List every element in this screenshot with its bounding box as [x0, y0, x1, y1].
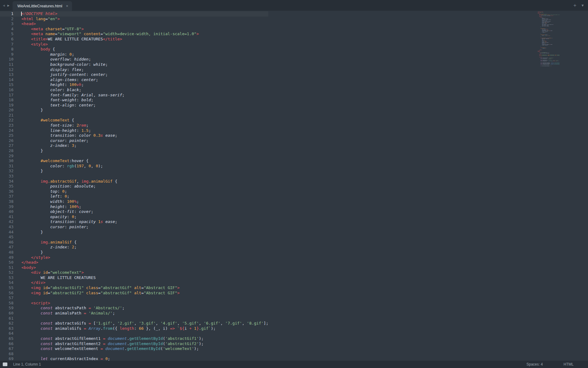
- code-line[interactable]: 19 text-align: center;: [0, 103, 268, 108]
- code-line[interactable]: 6 <title>WE ARE LITTLE CREATURES</title>: [0, 37, 268, 42]
- code-line[interactable]: 39 height: 100%;: [0, 204, 268, 210]
- code-line[interactable]: 15 height: 100vh;: [0, 82, 268, 87]
- code-line[interactable]: 33: [0, 174, 268, 179]
- line-number[interactable]: 37: [0, 194, 13, 199]
- code-line[interactable]: 2<html lang="en">: [0, 17, 268, 22]
- line-number[interactable]: 65: [0, 336, 13, 341]
- code-line[interactable]: 61: [0, 316, 268, 321]
- line-number[interactable]: 56: [0, 291, 13, 296]
- minimap[interactable]: <!DOCTYPE html><html lang="en"><head> <m…: [537, 11, 560, 348]
- line-number[interactable]: 36: [0, 189, 13, 194]
- line-number[interactable]: 48: [0, 250, 13, 255]
- line-number[interactable]: 49: [0, 255, 13, 260]
- tab-close-icon[interactable]: ×: [66, 4, 68, 8]
- line-number[interactable]: 7: [0, 42, 13, 47]
- line-number[interactable]: 17: [0, 93, 13, 98]
- line-number[interactable]: 23: [0, 123, 13, 128]
- code-line[interactable]: 7 <style>: [0, 42, 268, 47]
- line-number[interactable]: 18: [0, 98, 13, 103]
- code-line[interactable]: 47 z-index: 2;: [0, 245, 268, 250]
- code-line[interactable]: 45: [0, 235, 268, 240]
- code-line[interactable]: 62 const abstractsGifs = ['1.gif', '2.gi…: [0, 321, 268, 326]
- line-number[interactable]: 33: [0, 174, 13, 179]
- line-number[interactable]: 50: [0, 260, 13, 265]
- code-line[interactable]: 11 background-color: white;: [0, 62, 268, 67]
- code-line[interactable]: 44 }: [0, 230, 268, 235]
- line-number[interactable]: 27: [0, 143, 13, 148]
- code-line[interactable]: 58 <script>: [0, 301, 268, 306]
- line-number[interactable]: 67: [0, 346, 13, 351]
- line-number[interactable]: 60: [0, 311, 13, 316]
- code-line[interactable]: 66 const abstractGifElement2 = document.…: [0, 341, 268, 347]
- line-number[interactable]: 28: [0, 148, 13, 154]
- line-number[interactable]: 31: [0, 164, 13, 169]
- line-number[interactable]: 58: [0, 301, 13, 306]
- line-number[interactable]: 3: [0, 21, 13, 27]
- code-line[interactable]: 5 <meta name="viewport" content="width=d…: [0, 32, 268, 37]
- code-line[interactable]: 60 const animalsPath = 'Animals/';: [0, 311, 268, 316]
- line-number[interactable]: 59: [0, 306, 13, 311]
- code-line[interactable]: 52 <div id="welcomeText">: [0, 270, 268, 275]
- line-number[interactable]: 13: [0, 72, 13, 77]
- line-number[interactable]: 47: [0, 245, 13, 250]
- code-line[interactable]: 41 opacity: 0;: [0, 214, 268, 220]
- code-line[interactable]: 29: [0, 154, 268, 159]
- line-number[interactable]: 64: [0, 331, 13, 336]
- code-line[interactable]: 3<head>: [0, 21, 268, 27]
- line-number[interactable]: 2: [0, 17, 13, 22]
- line-number[interactable]: 53: [0, 275, 13, 281]
- code-line[interactable]: 10 overflow: hidden;: [0, 57, 268, 62]
- line-number[interactable]: 9: [0, 52, 13, 57]
- history-forward-icon[interactable]: ▶: [7, 4, 9, 7]
- code-line[interactable]: 27 z-index: 3;: [0, 143, 268, 148]
- line-number[interactable]: 6: [0, 37, 13, 42]
- line-number[interactable]: 32: [0, 169, 13, 174]
- line-number[interactable]: 8: [0, 47, 13, 52]
- line-number[interactable]: 40: [0, 209, 13, 214]
- sidebar-toggle-icon[interactable]: [3, 362, 7, 366]
- line-number[interactable]: 10: [0, 57, 13, 62]
- code-line[interactable]: 14 align-items: center;: [0, 77, 268, 83]
- code-line[interactable]: 26 cursor: pointer;: [0, 138, 268, 143]
- code-line[interactable]: 23 font-size: 2rem;: [0, 123, 268, 128]
- line-number[interactable]: 45: [0, 235, 13, 240]
- code-line[interactable]: 50</head>: [0, 260, 268, 265]
- code-line[interactable]: 38 width: 100%;: [0, 199, 268, 204]
- line-number[interactable]: 29: [0, 154, 13, 159]
- code-line[interactable]: 48 }: [0, 250, 268, 255]
- line-number[interactable]: 12: [0, 67, 13, 72]
- code-line[interactable]: 34 img.abstractGif, img.animalGif {: [0, 179, 268, 184]
- code-line[interactable]: 20 }: [0, 108, 268, 113]
- code-line[interactable]: 67 const welcomeTextElement = document.g…: [0, 346, 268, 351]
- history-back-icon[interactable]: ◀: [3, 4, 5, 7]
- code-line[interactable]: 54 </div>: [0, 280, 268, 285]
- line-number[interactable]: 38: [0, 199, 13, 204]
- line-number[interactable]: 35: [0, 184, 13, 189]
- line-number[interactable]: 66: [0, 341, 13, 347]
- code-line[interactable]: 59 const abstractsPath = 'Abstracts/';: [0, 306, 268, 311]
- code-line[interactable]: 17 font-family: Arial, sans-serif;: [0, 93, 268, 98]
- code-line[interactable]: 22 #welcomeText {: [0, 118, 268, 123]
- code-line[interactable]: 53 WE ARE LITTLE CREATURES: [0, 275, 268, 281]
- line-number[interactable]: 39: [0, 204, 13, 210]
- code-line[interactable]: 57: [0, 296, 268, 301]
- code-line[interactable]: 30 #welcomeText:hover {: [0, 158, 268, 164]
- code-line[interactable]: 18 font-weight: bold;: [0, 98, 268, 103]
- code-line[interactable]: 16 color: black;: [0, 87, 268, 93]
- line-number[interactable]: 43: [0, 225, 13, 230]
- line-number[interactable]: 41: [0, 214, 13, 220]
- line-number[interactable]: 22: [0, 118, 13, 123]
- line-number[interactable]: 55: [0, 285, 13, 291]
- code-line[interactable]: 28 }: [0, 148, 268, 154]
- line-number[interactable]: 4: [0, 27, 13, 32]
- line-number[interactable]: 54: [0, 280, 13, 285]
- code-line[interactable]: 12 display: flex;: [0, 67, 268, 72]
- code-line[interactable]: 9 margin: 0;: [0, 52, 268, 57]
- code-line[interactable]: 55 <img id="abstractGif1" class="abstrac…: [0, 285, 268, 291]
- line-number[interactable]: 42: [0, 219, 13, 225]
- code-line[interactable]: 69 let currentAbstractIndex = 0;: [0, 356, 268, 361]
- code-line[interactable]: 32 }: [0, 169, 268, 174]
- code-line[interactable]: 31 color: rgb(197, 0, 0);: [0, 164, 268, 169]
- code-line[interactable]: 21: [0, 113, 268, 118]
- line-number[interactable]: 69: [0, 356, 13, 361]
